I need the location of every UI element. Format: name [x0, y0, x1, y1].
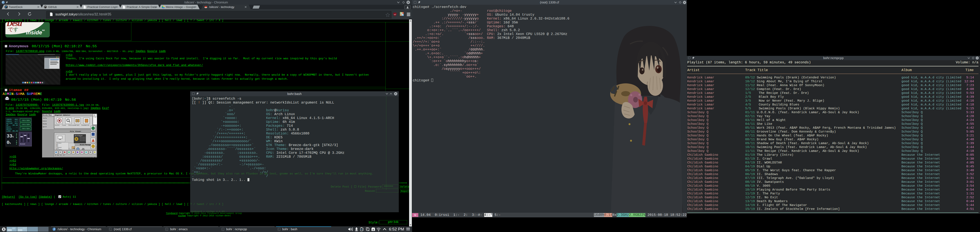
svg-text:uO: uO: [394, 14, 396, 16]
